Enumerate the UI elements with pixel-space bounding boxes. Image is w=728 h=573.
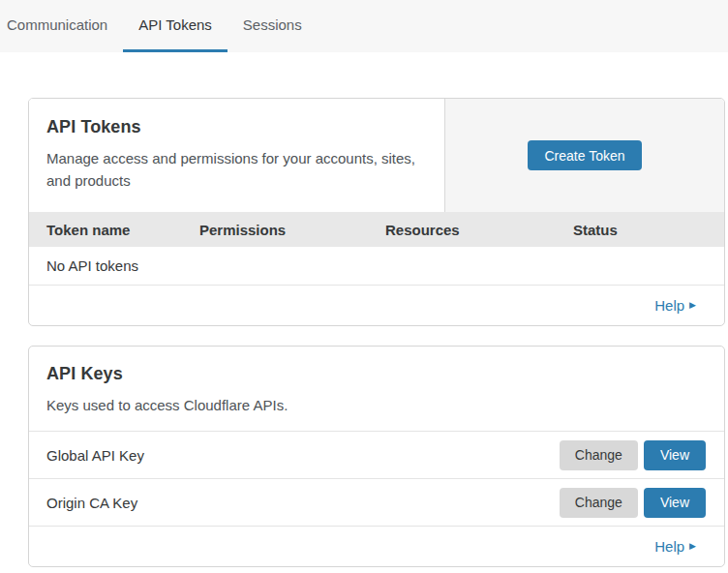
api-keys-card: API Keys Keys used to access Cloudflare … [28, 346, 725, 567]
origin-ca-key-label: Origin CA Key [46, 495, 560, 511]
global-api-key-row: Global API Key Change View [29, 432, 724, 479]
help-arrow-icon: ▶ [689, 301, 696, 310]
tab-sessions[interactable]: Sessions [228, 0, 318, 52]
token-table-empty-message: No API tokens [46, 257, 138, 274]
origin-ca-key-change-button[interactable]: Change [560, 488, 638, 518]
api-tokens-card-header: API Tokens Manage access and permissions… [29, 99, 724, 212]
column-header-status: Status [573, 222, 724, 238]
global-api-key-change-button[interactable]: Change [560, 440, 638, 470]
api-tokens-card-header-text: API Tokens Manage access and permissions… [29, 99, 445, 212]
token-table-header: Token name Permissions Resources Status [29, 212, 724, 247]
api-keys-card-header: API Keys Keys used to access Cloudflare … [29, 347, 724, 432]
column-header-resources: Resources [385, 222, 573, 238]
api-tokens-title: API Tokens [46, 117, 425, 137]
api-tokens-card: API Tokens Manage access and permissions… [28, 98, 725, 326]
column-header-permissions: Permissions [199, 222, 385, 238]
origin-ca-key-row: Origin CA Key Change View [29, 479, 724, 527]
help-arrow-icon: ▶ [689, 542, 696, 551]
global-api-key-view-button[interactable]: View [644, 440, 706, 470]
api-keys-help-link[interactable]: Help ▶ [654, 538, 696, 555]
api-tokens-card-actions: Create Token [445, 99, 724, 212]
page-content: API Tokens Manage access and permissions… [28, 98, 725, 567]
help-link-label: Help [654, 297, 684, 314]
api-tokens-description: Manage access and permissions for your a… [46, 147, 425, 192]
api-keys-description: Keys used to access Cloudflare APIs. [46, 394, 705, 416]
column-header-token-name: Token name [46, 222, 199, 238]
profile-tabbar: Communication API Tokens Sessions [0, 0, 728, 52]
token-table-empty-row: No API tokens [29, 247, 724, 286]
api-keys-card-footer: Help ▶ [29, 527, 724, 566]
api-tokens-help-link[interactable]: Help ▶ [654, 297, 696, 314]
tab-api-tokens[interactable]: API Tokens [123, 0, 228, 52]
tab-communication[interactable]: Communication [7, 0, 123, 52]
api-tokens-card-footer: Help ▶ [29, 286, 724, 325]
global-api-key-label: Global API Key [46, 447, 560, 464]
origin-ca-key-view-button[interactable]: View [644, 488, 706, 518]
help-link-label: Help [654, 538, 684, 555]
create-token-button[interactable]: Create Token [528, 140, 641, 170]
api-keys-title: API Keys [46, 364, 705, 384]
